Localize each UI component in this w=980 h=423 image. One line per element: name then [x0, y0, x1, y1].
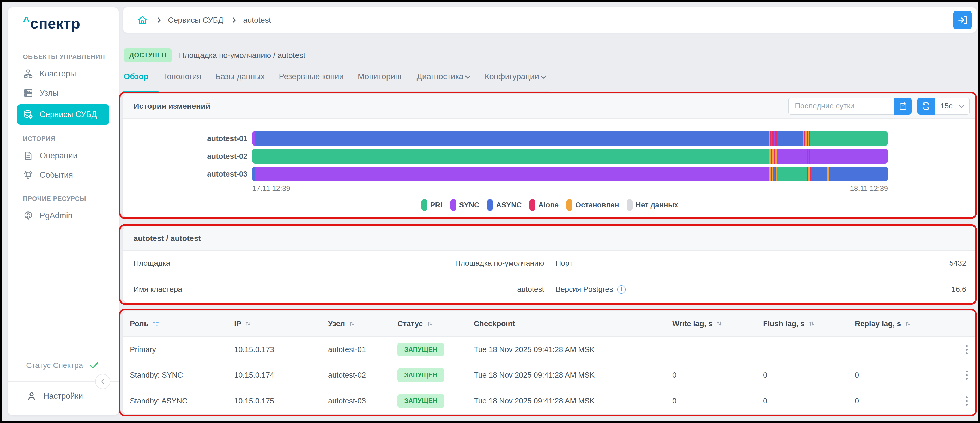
cell-node: autotest-02 [328, 371, 398, 380]
sidebar-item-label: Узлы [40, 88, 59, 98]
info-value: 5432 [949, 259, 966, 267]
spektr-status-label: Статус Спектра [26, 361, 83, 370]
sidebar-collapse-button[interactable] [95, 374, 110, 389]
sidebar-item-operations[interactable]: Операции [17, 146, 109, 165]
sort-icon [426, 320, 433, 327]
timeline-bar[interactable] [252, 149, 888, 164]
legend-label: SYNC [459, 201, 480, 209]
info-row-site: Площадка Площадка по-умолчанию [134, 251, 544, 277]
user-icon [26, 391, 37, 402]
column-header-ip[interactable]: IP [234, 320, 328, 328]
tab-label: Конфигурации [485, 72, 539, 81]
refresh-button[interactable] [917, 97, 935, 115]
legend-chip [422, 199, 427, 211]
row-menu-button[interactable] [966, 396, 977, 406]
cell-write-lag: 0 [672, 371, 763, 380]
tab-label: Топология [162, 72, 201, 81]
cell-role: Primary [130, 345, 234, 354]
status-badge: ЗАПУЩЕН [398, 343, 444, 356]
nav-section-management: ОБЪЕКТЫ УПРАВЛЕНИЯ [23, 53, 109, 60]
sort-icon [348, 320, 355, 327]
legend-label: PRI [430, 201, 442, 209]
sidebar-item-clusters[interactable]: Кластеры [17, 64, 109, 83]
history-card-header: История изменений 15с [123, 94, 977, 119]
sidebar-item-events[interactable]: События [17, 165, 109, 184]
column-header-checkpoint[interactable]: Checkpoint [474, 320, 672, 328]
calendar-button[interactable] [894, 97, 912, 115]
tab-label: Диагностика [417, 72, 464, 81]
breadcrumb-chevron-icon [230, 17, 236, 23]
column-header-node[interactable]: Узел [328, 320, 398, 328]
info-row-pg-version: Версия Postgres i 16.6 [556, 277, 966, 302]
chart-row: autotest-03 [123, 167, 888, 181]
cluster-info-card: autotest / autotest Площадка Площадка по… [123, 226, 977, 302]
cell-flush-lag: 0 [763, 397, 855, 405]
chart-legend: PRISYNCASYNCAloneОстановленНет данных [123, 199, 977, 211]
logout-button[interactable] [953, 11, 972, 29]
info-label: Площадка [134, 259, 170, 267]
sign-in-icon [957, 14, 968, 25]
tab-monitoring[interactable]: Мониторинг [358, 72, 402, 88]
column-header-status[interactable]: Статус [398, 320, 474, 328]
tab-bar: Обзор Топология Базы данных Резервные ко… [124, 72, 546, 88]
column-header-flush-lag[interactable]: Flush lag, s [763, 320, 855, 328]
tab-label: Мониторинг [358, 72, 402, 81]
column-header-role[interactable]: Роль [130, 320, 234, 328]
tab-databases[interactable]: Базы данных [215, 72, 265, 88]
interval-value: 15с [940, 102, 953, 110]
legend-item-async: ASYNC [487, 199, 522, 211]
sidebar-item-db-services[interactable]: Сервисы СУБД [17, 104, 109, 125]
tabs-underline-active [123, 91, 159, 93]
sidebar-item-pgadmin[interactable]: PgAdmin [17, 206, 109, 225]
legend-chip [566, 199, 572, 211]
legend-label: Alone [538, 201, 558, 209]
cell-status: ЗАПУЩЕН [398, 343, 474, 356]
info-label: Версия Postgres i [556, 285, 626, 294]
cell-ip: 10.15.0.174 [234, 371, 328, 380]
cell-role: Standby: SYNC [130, 371, 234, 380]
sort-asc-icon [152, 320, 160, 328]
cell-node: autotest-01 [328, 345, 398, 354]
tab-diagnostics[interactable]: Диагностика [417, 72, 471, 88]
timeline-bar[interactable] [252, 167, 888, 181]
interval-select[interactable]: 15с [935, 97, 970, 115]
sidebar-item-label: Кластеры [40, 69, 76, 78]
refresh-icon [921, 102, 931, 111]
cell-status: ЗАПУЩЕН [398, 394, 474, 408]
tab-label: Резервные копии [279, 72, 344, 81]
table-row-standby-async: Standby: ASYNC 10.15.0.175 autotest-03 З… [123, 388, 977, 413]
tab-label: Базы данных [215, 72, 265, 81]
tab-configurations[interactable]: Конфигурации [485, 72, 546, 88]
tab-topology[interactable]: Топология [162, 72, 201, 88]
cell-role: Standby: ASYNC [130, 397, 234, 405]
spektr-status: Статус Спектра [8, 360, 119, 371]
info-label: Имя кластера [134, 285, 182, 294]
info-card-title: autotest / autotest [134, 234, 201, 243]
column-header-write-lag[interactable]: Write lag, s [672, 320, 763, 328]
tab-overview[interactable]: Обзор [124, 72, 148, 88]
sort-icon [716, 320, 723, 327]
sidebar-item-label: События [40, 170, 73, 180]
range-input[interactable] [788, 97, 894, 115]
home-icon[interactable] [137, 14, 148, 26]
timeline-bar[interactable] [252, 131, 888, 146]
breadcrumb-item-services[interactable]: Сервисы СУБД [168, 16, 223, 24]
axis-start-label: 17.11 12:39 [252, 184, 290, 193]
breadcrumb: Сервисы СУБД autotest [123, 7, 977, 33]
row-menu-button[interactable] [966, 371, 977, 380]
cell-checkpoint: Tue 18 Nov 2025 09:41:28 AM MSK [474, 345, 672, 354]
status-badge: ЗАПУЩЕН [398, 394, 444, 408]
info-icon[interactable]: i [617, 285, 625, 294]
legend-item-nodata: Нет данных [627, 199, 679, 211]
chevron-down-icon [959, 103, 964, 108]
sidebar-footer: Статус Спектра Настройки [8, 360, 119, 415]
nodes-icon [23, 88, 33, 98]
chart-row-label: autotest-01 [123, 134, 252, 143]
range-picker [788, 97, 912, 115]
row-menu-button[interactable] [966, 345, 977, 354]
tab-backups[interactable]: Резервные копии [279, 72, 344, 88]
info-card-header: autotest / autotest [123, 226, 977, 251]
logo-text: спектр [30, 15, 80, 32]
column-header-replay-lag[interactable]: Replay lag, s [855, 320, 941, 328]
sidebar-item-nodes[interactable]: Узлы [17, 83, 109, 103]
